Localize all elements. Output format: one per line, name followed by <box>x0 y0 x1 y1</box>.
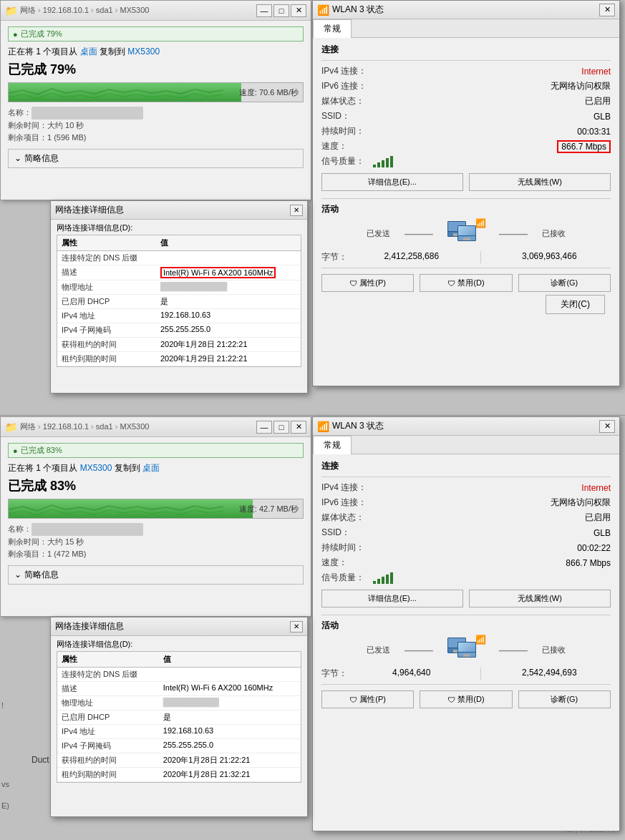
netdetail-dialog-top: 网络连接详细信息 ✕ 网络连接详细信息(D): 属性 值 连接特定的 DNS 后… <box>50 200 308 394</box>
table-row: 物理地址 ████████████ <box>57 280 301 295</box>
ssid-row: SSID： GLB <box>321 110 611 122</box>
activity-icon-area-2: 已发送 —— 📶 —— 已接收 <box>321 636 611 663</box>
tab-general-2[interactable]: 常规 <box>313 436 352 454</box>
signal-bar-1 <box>373 165 376 167</box>
speed-highlight-box: 866.7 Mbps <box>557 140 611 153</box>
close-button[interactable]: ✕ <box>291 4 306 17</box>
media-label: 媒体状态： <box>321 95 373 107</box>
property-cell: 已启用 DHCP <box>57 295 156 309</box>
chevron-down-icon: ⌄ <box>14 153 21 163</box>
detail-button-2[interactable]: 详细信息(E)... <box>321 590 463 607</box>
ipv4-value: Internet <box>373 67 611 77</box>
summary-label-2: 简略信息 <box>24 569 59 581</box>
wifi-icon-2: 📶 <box>317 421 329 432</box>
properties-button[interactable]: 🛡 属性(P) <box>321 274 414 292</box>
disable-label: 禁用(D) <box>457 278 484 288</box>
speed-label: 速度： <box>321 140 373 152</box>
disable-button[interactable]: 🛡 禁用(D) <box>420 274 512 292</box>
property-cell: 已启用 DHCP <box>57 710 159 725</box>
arrow1-2: › <box>38 422 43 431</box>
disable-button-2[interactable]: 🛡 禁用(D) <box>420 690 512 708</box>
breadcrumb-2[interactable]: 网络 › 192.168.10.1 › sda1 › MX5300 <box>20 421 149 432</box>
table-row: IPv4 地址 192.168.10.63 <box>57 725 301 739</box>
status-text: 已完成 79% <box>21 29 62 39</box>
netdetail-title: 网络连接详细信息 <box>55 204 290 216</box>
close-wlan-button[interactable]: 关闭(C) <box>546 295 605 314</box>
value-cell <box>159 668 301 682</box>
property-cell: 获得租约的时间 <box>57 753 159 768</box>
property-cell: 描述 <box>57 265 156 280</box>
netdetail-close-button[interactable]: ✕ <box>290 205 303 216</box>
close-button-2[interactable]: ✕ <box>291 421 306 434</box>
wireless-properties-button-2[interactable]: 无线属性(W) <box>469 590 611 607</box>
explorer-title: 📁 网络 › 192.168.10.1 › sda1 › MX5300 <box>5 5 256 16</box>
netdetail-dialog-label: 网络连接详细信息(D): <box>51 220 307 235</box>
dash-left-2: —— <box>404 642 433 658</box>
value-cell: Intel(R) Wi-Fi 6 AX200 160MHz <box>156 265 301 280</box>
diagnose-button-2[interactable]: 诊断(G) <box>518 690 611 708</box>
media-value-2: 已启用 <box>373 512 611 524</box>
divider2 <box>321 198 611 199</box>
minimize-button[interactable]: — <box>256 4 272 17</box>
maximize-button-2[interactable]: □ <box>273 421 289 434</box>
wlan-title-text-2: WLAN 3 状态 <box>332 420 384 432</box>
ipv6-label-2: IPv6 连接： <box>321 497 373 509</box>
ipv4-value-2: Internet <box>373 483 611 493</box>
copy-percent: 已完成 79% <box>8 61 304 78</box>
time-remaining: 剩余时间：大约 10 秒 <box>8 119 304 132</box>
duration-label: 持续时间： <box>321 125 373 137</box>
copy-to-link-2[interactable]: 桌面 <box>142 463 160 473</box>
bottom-left-explorer-window: 📁 网络 › 192.168.10.1 › sda1 › MX5300 — □ … <box>0 416 311 617</box>
copy-to-link[interactable]: MX5300 <box>127 47 160 57</box>
netdetail-close-button-2[interactable]: ✕ <box>290 621 303 633</box>
table-row: 获得租约的时间 2020年1月28日 21:22:21 <box>57 338 301 352</box>
properties-button-2[interactable]: 🛡 属性(P) <box>321 690 414 708</box>
copy-from-link[interactable]: 桌面 <box>80 47 97 57</box>
wlan-tabs-2: 常规 <box>313 436 619 454</box>
value-cell: 2020年1月28日 21:22:21 <box>156 338 301 352</box>
file-name: ████████████████████ <box>32 107 143 119</box>
table-row: 描述 Intel(R) Wi-Fi 6 AX200 160MHz <box>57 265 301 280</box>
maximize-button[interactable]: □ <box>273 4 289 17</box>
copy-status-bar-2: ● 已完成 83% <box>8 443 304 458</box>
value-cell: 255.255.255.0 <box>159 739 301 753</box>
copy-status-bar: ● 已完成 79% <box>8 26 304 41</box>
name-label-2: 名称： <box>8 524 32 533</box>
minimize-button-2[interactable]: — <box>256 421 272 434</box>
time-remaining-2: 剩余时间：大约 15 秒 <box>8 536 304 549</box>
status-icon: ● <box>13 30 18 39</box>
wireless-properties-button[interactable]: 无线属性(W) <box>469 173 611 191</box>
duct-label: Duct <box>32 755 49 765</box>
signal-bar-2-2 <box>377 579 380 584</box>
value-cell: Intel(R) Wi-Fi 6 AX200 160MHz <box>159 682 301 696</box>
bytes-recv-2: 2,542,494,693 <box>488 668 611 680</box>
detail-button[interactable]: 详细信息(E)... <box>321 173 463 191</box>
wlan-close-button-2[interactable]: ✕ <box>599 420 615 433</box>
copy-from-link-2[interactable]: MX5300 <box>80 463 112 473</box>
diagnose-label: 诊断(G) <box>551 278 578 288</box>
property-cell: 租约到期的时间 <box>57 768 159 782</box>
table-row: 获得租约的时间 2020年1月28日 21:22:21 <box>57 753 301 768</box>
netdetail-titlebar: 网络连接详细信息 ✕ <box>51 201 307 220</box>
signal-row: 信号质量： <box>321 155 611 167</box>
stand-front-2 <box>463 654 470 657</box>
diagnose-button[interactable]: 诊断(G) <box>518 274 611 292</box>
small-wifi-icon: 📶 <box>475 218 486 228</box>
copy-info: 名称：████████████████████ 剩余时间：大约 10 秒 剩余项… <box>8 107 304 145</box>
breadcrumb[interactable]: 网络 › 192.168.10.1 › sda1 › MX5300 <box>20 5 149 16</box>
wlan-close-button[interactable]: ✕ <box>599 4 615 16</box>
network-computers-icon-2: 📶 <box>447 636 485 663</box>
properties-label-2: 属性(P) <box>359 694 386 705</box>
speed-row: 速度： 866.7 Mbps <box>321 140 611 152</box>
tab-general[interactable]: 常规 <box>313 19 352 38</box>
activity-icon-area: 已发送 —— 📶 —— <box>321 220 611 247</box>
value-cell: 是 <box>159 710 301 725</box>
divider2-2 <box>321 615 611 615</box>
summary-header-2[interactable]: ⌄ 简略信息 <box>8 565 304 585</box>
media-value: 已启用 <box>373 95 611 107</box>
folder-icon-2: 📁 <box>5 421 17 433</box>
property-cell: 租约到期的时间 <box>57 352 156 366</box>
screen-front-2 <box>458 643 475 653</box>
wlan-status-dialog-top: 📶 WLAN 3 状态 ✕ 常规 连接 IPv4 连接： Internet IP… <box>312 0 620 386</box>
summary-header[interactable]: ⌄ 简略信息 <box>8 149 304 168</box>
